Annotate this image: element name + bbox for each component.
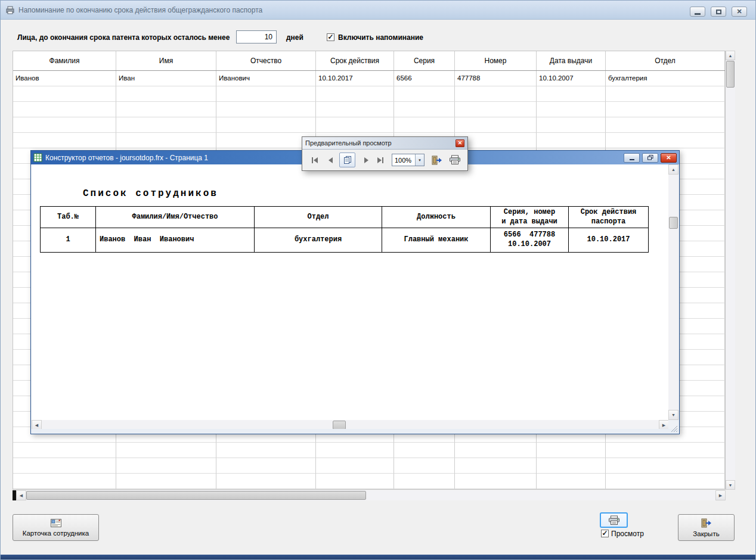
- report-col-tabno: Таб.№: [41, 207, 96, 228]
- close-preview-button[interactable]: [429, 153, 445, 167]
- scroll-down-icon[interactable]: ▼: [726, 480, 735, 490]
- cell-patronymic[interactable]: Иванович: [216, 71, 316, 86]
- grid-empty-cell: [216, 117, 316, 133]
- column-header-valid-until[interactable]: Срок действия: [316, 51, 394, 70]
- toolbar-title: Предварительный просмотр: [305, 139, 392, 147]
- scroll-up-icon[interactable]: ▲: [726, 51, 735, 60]
- last-page-icon: [377, 157, 384, 163]
- column-header-patronymic[interactable]: Отчество: [216, 51, 316, 70]
- grid-empty-cell: [537, 489, 606, 490]
- days-input[interactable]: [236, 30, 277, 43]
- scroll-right-icon[interactable]: ▶: [715, 490, 726, 500]
- grid-empty-cell: [537, 458, 606, 474]
- toolbar-titlebar: Предварительный просмотр ✕: [302, 137, 467, 150]
- grid-horizontal-scrollbar[interactable]: ◀ ▶: [13, 490, 726, 500]
- grid-empty-cell: [606, 458, 725, 474]
- chevron-down-icon[interactable]: ▼: [415, 154, 424, 166]
- maximize-icon: [716, 10, 721, 14]
- grid-empty-cell: [316, 474, 394, 489]
- grid-empty-cell: [455, 443, 537, 458]
- grid-data-row[interactable]: Иванов Иван Иванович 10.10.2017 6566 477…: [13, 71, 725, 86]
- first-page-button[interactable]: [308, 153, 321, 167]
- report-table: Таб.№ Фамилия/Имя/Отчество Отдел Должнос…: [40, 206, 649, 253]
- grid-empty-cell: [13, 102, 116, 117]
- next-page-icon: [364, 157, 369, 163]
- main-window-title: Напоминание по окончанию срока действия …: [18, 6, 262, 14]
- last-page-button[interactable]: [374, 153, 387, 167]
- close-icon: ✕: [736, 8, 742, 15]
- report-bottom-frame: [32, 429, 678, 433]
- cell-series[interactable]: 6566: [394, 71, 455, 86]
- report-col-position: Должность: [382, 207, 491, 228]
- preview-checkbox-label: Просмотр: [611, 530, 644, 538]
- preview-toolbar: Предварительный просмотр ✕: [302, 136, 468, 171]
- grid-empty-cell: [13, 458, 116, 474]
- prev-page-button[interactable]: [324, 153, 337, 167]
- close-button[interactable]: ✕: [732, 7, 747, 17]
- goto-page-button[interactable]: [339, 153, 355, 167]
- scroll-up-icon[interactable]: ▲: [668, 164, 678, 175]
- minimize-icon: [630, 159, 634, 160]
- toolbar-close-button[interactable]: ✕: [456, 139, 464, 147]
- prev-page-icon: [328, 157, 333, 163]
- column-header-number[interactable]: Номер: [455, 51, 537, 70]
- cell-department[interactable]: бухгалтерия: [606, 71, 725, 86]
- report-vscroll-thumb[interactable]: [669, 217, 678, 229]
- report-minimize-button[interactable]: [624, 153, 640, 163]
- cell-name[interactable]: Иван: [116, 71, 216, 86]
- employee-card-label: Карточка сотрудника: [23, 530, 89, 537]
- printer-icon: [608, 515, 620, 525]
- preview-checkbox[interactable]: ✓: [601, 530, 609, 537]
- grid-empty-cell: [13, 133, 116, 148]
- zoom-value: 100%: [392, 157, 415, 164]
- grid-empty-cell: [216, 489, 316, 490]
- grid-empty-cell: [537, 474, 606, 489]
- report-vertical-scrollbar[interactable]: ▲ ▼: [668, 164, 678, 420]
- report-restore-button[interactable]: [642, 153, 658, 163]
- grid-vertical-scrollbar[interactable]: ▲ ▼: [726, 51, 735, 490]
- grid-empty-cell: [116, 102, 216, 117]
- scroll-down-icon[interactable]: ▼: [668, 410, 678, 420]
- close-icon: ✕: [666, 155, 671, 161]
- cell-issue-date[interactable]: 10.10.2007: [537, 71, 606, 86]
- grid-empty-cell: [216, 133, 316, 148]
- report-cell-valid: 10.10.2017: [569, 228, 648, 252]
- horizontal-scroll-thumb[interactable]: [26, 491, 366, 500]
- column-header-department[interactable]: Отдел: [606, 51, 725, 70]
- report-title: Список сотрудников: [83, 188, 218, 199]
- grid-empty-cell: [116, 489, 216, 490]
- report-hscroll-thumb[interactable]: [333, 421, 346, 430]
- cell-valid-until[interactable]: 10.10.2017: [316, 71, 394, 86]
- column-header-surname[interactable]: Фамилия: [13, 51, 116, 70]
- zoom-select[interactable]: 100% ▼: [392, 154, 425, 166]
- column-header-issue-date[interactable]: Дата выдачи: [537, 51, 606, 70]
- grid-empty-cell: [394, 443, 455, 458]
- print-button[interactable]: [447, 153, 463, 167]
- vertical-scroll-thumb[interactable]: [726, 61, 735, 88]
- report-col-department: Отдел: [255, 207, 382, 228]
- grid-empty-cell: [316, 86, 394, 102]
- report-col-passport: Серия, номер и дата выдачи: [491, 207, 569, 228]
- grid-empty-cell: [455, 102, 537, 117]
- grid-empty-cell: [13, 489, 116, 490]
- grid-empty-cell: [455, 86, 537, 102]
- maximize-button[interactable]: [711, 7, 726, 17]
- minimize-button[interactable]: [690, 7, 705, 17]
- resize-grip[interactable]: [670, 425, 678, 433]
- window-controls: ✕: [690, 7, 747, 17]
- main-titlebar: Напоминание по окончанию срока действия …: [1, 1, 755, 20]
- grid-empty-cell: [606, 102, 725, 117]
- grid-empty-cell: [394, 117, 455, 133]
- print-preview-button[interactable]: [600, 512, 628, 528]
- close-form-button[interactable]: Закрыть: [678, 514, 735, 541]
- grid-empty-row: [13, 102, 725, 117]
- next-page-button[interactable]: [360, 153, 373, 167]
- column-header-series[interactable]: Серия: [394, 51, 455, 70]
- cell-surname[interactable]: Иванов: [13, 71, 116, 86]
- employee-card-button[interactable]: Карточка сотрудника: [13, 514, 99, 541]
- column-header-name[interactable]: Имя: [116, 51, 216, 70]
- cell-number[interactable]: 477788: [455, 71, 537, 86]
- report-close-button[interactable]: ✕: [661, 153, 677, 163]
- scroll-left-icon[interactable]: ◀: [16, 490, 26, 500]
- reminder-checkbox[interactable]: ✓: [327, 33, 334, 41]
